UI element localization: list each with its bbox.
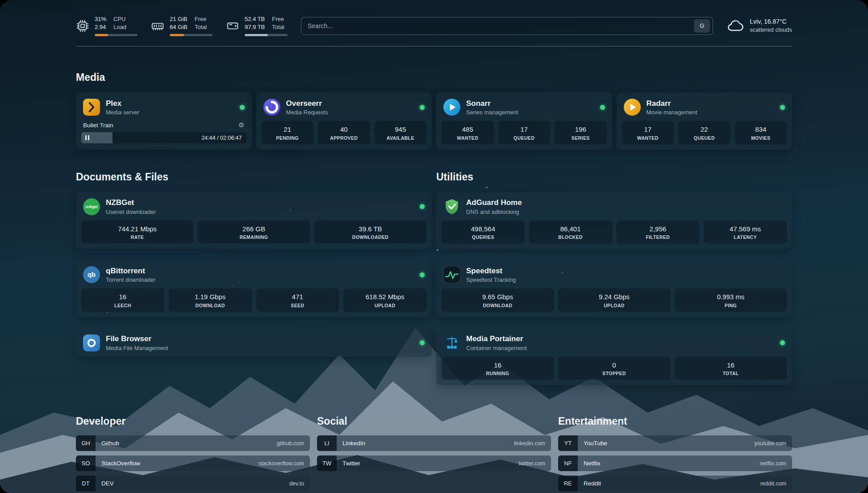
app-description: Movie management <box>647 109 697 116</box>
stat-queued: 17QUEUED <box>498 121 551 144</box>
bookmark-dev[interactable]: DT DEV dev.to <box>76 476 310 491</box>
app-name: Media Portainer <box>466 334 527 343</box>
weather-location: Lviv, 16.87°C <box>750 17 792 26</box>
card-radarr[interactable]: Radarr Movie management 17WANTED 22QUEUE… <box>617 92 793 150</box>
bookmark-name: LinkedIn <box>342 440 365 447</box>
card-qbittorrent[interactable]: qb qBittorrent Torrent downloader 16LEEC… <box>76 260 432 317</box>
portainer-icon <box>443 334 460 351</box>
cpu-icon <box>76 19 89 33</box>
svg-text:qb: qb <box>88 272 96 279</box>
bookmark-name: Netflix <box>584 460 601 467</box>
dashboard-screen: 31% 2.94 CPU Load <box>0 0 868 493</box>
app-name: AdGuard Home <box>466 198 522 207</box>
stat-latency: 47.569 msLATENCY <box>704 221 787 244</box>
disk-widget: 52.4 TB 97.9 TB Free Total <box>226 15 288 36</box>
bookmark-abbr: RE <box>558 476 578 491</box>
app-description: Torrent downloader <box>106 276 155 283</box>
search-provider-button[interactable]: G <box>694 19 710 33</box>
stat-leech: 16LEECH <box>81 288 164 312</box>
plex-progress-bar[interactable]: 24:44 / 02:06:47 <box>81 132 246 143</box>
search-bar: G <box>301 17 713 35</box>
bookmark-github[interactable]: GH Github github.com <box>76 435 310 451</box>
section-developer-title: Developer <box>76 415 310 427</box>
bookmark-abbr: NF <box>558 455 578 471</box>
app-name: Overseerr <box>286 99 328 108</box>
card-portainer[interactable]: Media Portainer Container management 16R… <box>436 328 792 385</box>
weather-condition: scattered clouds <box>750 26 792 34</box>
plex-now-playing: Bullet Train <box>83 122 113 129</box>
bookmark-twitter[interactable]: TW Twitter twitter.com <box>317 455 551 471</box>
section-social-title: Social <box>317 415 551 427</box>
pause-icon[interactable] <box>85 135 89 140</box>
search-input[interactable] <box>308 22 694 29</box>
qbittorrent-icon: qb <box>83 266 100 283</box>
section-utilities-title: Utilities <box>436 171 792 183</box>
cpu-widget: 31% 2.94 CPU Load <box>76 15 138 36</box>
memory-total-value: 64 GiB <box>170 23 188 31</box>
card-speedtest[interactable]: Speedtest Speedtest Tracking 9.65 GbpsDO… <box>436 260 792 317</box>
stat-download: 1.19 GbpsDOWNLOAD <box>169 288 252 312</box>
stat-queued: 22QUEUED <box>678 121 730 144</box>
card-filebrowser[interactable]: File Browser Media File Management <box>76 328 432 357</box>
bookmark-stackoverflow[interactable]: SO StackOverflow stackoverflow.com <box>76 455 310 471</box>
bookmark-name: Github <box>101 440 119 447</box>
disk-label-1: Free <box>272 15 284 23</box>
bookmark-abbr: YT <box>558 435 578 451</box>
app-name: File Browser <box>106 334 168 343</box>
bookmark-youtube[interactable]: YT YouTube youtube.com <box>558 435 792 451</box>
bookmark-url: reddit.com <box>760 480 786 487</box>
bookmark-linkedin[interactable]: LI LinkedIn linkedin.com <box>317 435 551 451</box>
app-name: Plex <box>106 99 139 108</box>
topbar: 31% 2.94 CPU Load <box>76 15 792 36</box>
stat-total: 16TOTAL <box>675 357 787 380</box>
cpu-loadavg-value: 2.94 <box>95 23 106 31</box>
bookmark-name: YouTube <box>584 440 607 447</box>
bookmark-url: linkedin.com <box>514 440 545 447</box>
stat-stopped: 0STOPPED <box>558 357 670 380</box>
app-name: NZBGet <box>106 198 156 207</box>
section-media-title: Media <box>76 71 792 84</box>
bookmark-abbr: DT <box>76 476 96 491</box>
app-name: Speedtest <box>466 267 516 276</box>
gear-icon[interactable]: ⚙ <box>238 121 244 129</box>
card-adguard[interactable]: AdGuard Home DNS and adblocking 498,564Q… <box>436 192 792 249</box>
cloud-icon <box>726 17 744 35</box>
bookmark-abbr: SO <box>76 455 96 471</box>
bookmark-abbr: TW <box>317 455 337 471</box>
stat-running: 16RUNNING <box>442 357 554 380</box>
card-nzbget[interactable]: nzbget NZBGet Usenet downloader 744.21 M… <box>76 192 432 249</box>
topbar-divider <box>76 46 792 46</box>
bookmark-name: StackOverflow <box>101 460 140 467</box>
card-plex[interactable]: Plex Media server Bullet Train ⚙ 24:44 /… <box>76 92 252 150</box>
speedtest-icon <box>443 266 460 283</box>
utilities-column: Utilities AdGuard Home <box>436 150 792 385</box>
svg-text:nzbget: nzbget <box>85 205 97 209</box>
section-documents-title: Documents & Files <box>76 171 432 183</box>
memory-label-2: Total <box>195 23 207 31</box>
stat-filtered: 2,956FILTERED <box>617 221 700 244</box>
card-overseerr[interactable]: Overseerr Media Requests 21PENDING 40APP… <box>256 92 432 150</box>
bookmark-reddit[interactable]: RE Reddit reddit.com <box>558 476 792 491</box>
app-description: Series management <box>466 109 518 116</box>
memory-icon <box>151 19 164 33</box>
app-description: Media File Management <box>106 345 168 351</box>
bookmark-name: Reddit <box>584 480 601 487</box>
cpu-progress-bar <box>95 34 138 36</box>
cpu-usage-value: 31% <box>95 15 106 23</box>
card-sonarr[interactable]: Sonarr Series management 485WANTED 17QUE… <box>436 92 612 150</box>
bookmarks-developer: Developer GH Github github.com SO StackO… <box>76 389 310 493</box>
memory-widget: 21 GiB 64 GiB Free Total <box>151 15 213 36</box>
status-dot <box>420 340 425 345</box>
bookmarks-social: Social LI LinkedIn linkedin.com TW Twitt… <box>317 389 551 493</box>
app-name: Sonarr <box>466 99 518 108</box>
cpu-label-1: CPU <box>113 15 126 23</box>
status-dot <box>240 105 245 110</box>
bookmark-name: DEV <box>101 480 114 487</box>
stat-series: 196SERIES <box>555 121 607 144</box>
bookmark-url: twitter.com <box>518 460 545 467</box>
radarr-icon <box>624 99 641 116</box>
bookmarks-entertainment: Entertainment YT YouTube youtube.com NF … <box>558 389 792 493</box>
bookmark-abbr: GH <box>76 435 96 451</box>
bookmark-netflix[interactable]: NF Netflix netflix.com <box>558 455 792 471</box>
stat-seed: 471SEED <box>256 288 339 312</box>
